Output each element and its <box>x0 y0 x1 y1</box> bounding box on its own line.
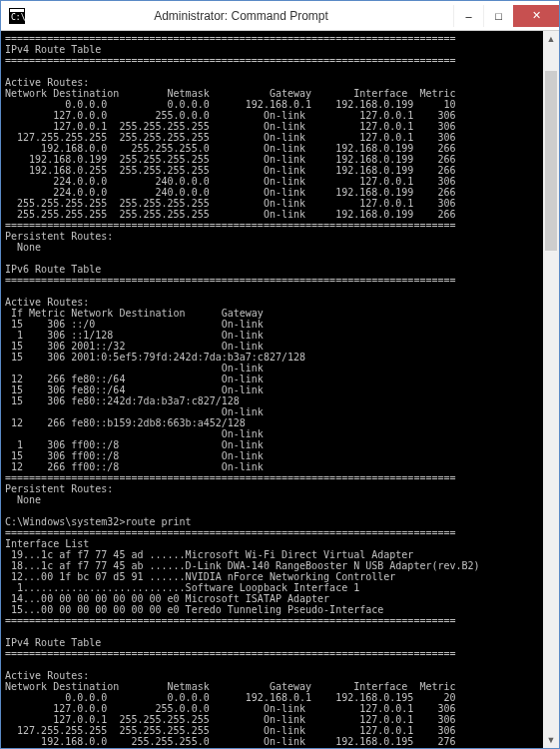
window-controls: – □ ✕ <box>453 5 559 27</box>
close-button[interactable]: ✕ <box>513 5 559 27</box>
window-frame: C:\ Administrator: Command Prompt – □ ✕ … <box>0 0 560 749</box>
scroll-down-arrow[interactable]: ▼ <box>543 732 559 748</box>
svg-rect-1 <box>10 9 24 12</box>
scroll-thumb[interactable] <box>545 71 557 251</box>
minimize-button[interactable]: – <box>453 5 483 27</box>
terminal-output[interactable]: ========================================… <box>1 31 559 748</box>
terminal-client-area: ========================================… <box>1 31 559 748</box>
cmd-icon: C:\ <box>5 8 29 24</box>
titlebar[interactable]: C:\ Administrator: Command Prompt – □ ✕ <box>1 1 559 31</box>
vertical-scrollbar[interactable]: ▲ ▼ <box>543 31 559 748</box>
scroll-up-arrow[interactable]: ▲ <box>543 31 559 47</box>
window-title: Administrator: Command Prompt <box>29 9 453 23</box>
maximize-button[interactable]: □ <box>483 5 513 27</box>
svg-text:C:\: C:\ <box>11 13 25 22</box>
